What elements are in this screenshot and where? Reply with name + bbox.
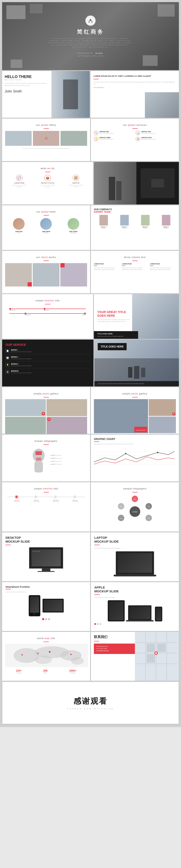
row-infographic-chart: human infographic — Label A lorem ipsum …: [2, 435, 179, 482]
svc-icon-3: 💡: [5, 363, 9, 367]
biz-img-left: [94, 162, 137, 205]
service-item-1: 🔍 SERVICE ONELorem ipsum dolor sit amet: [94, 131, 134, 135]
col1-divider: [94, 266, 97, 266]
team-avatars: JOHN DOE CEO JANE SMITH Designer BOB JON…: [5, 218, 87, 234]
wwd-label-1: LOREM IPSUM: [10, 182, 29, 184]
macbook-screen: [128, 605, 151, 620]
smartphone-title: Smartphone Frontline: [5, 586, 87, 588]
cover-date: SEPTEMBER 23RD, 2018: [78, 55, 103, 57]
office-img-2: ⊘: [33, 131, 59, 146]
svg-text:Biz: Biz: [148, 506, 150, 507]
s2-desc: Lorem ipsum dolor sit amet: [141, 132, 155, 134]
slide-human-infographic: human infographic — Label A lorem ipsum …: [2, 435, 90, 482]
s4-desc: Lorem ipsum dolor sit amet: [141, 138, 155, 140]
expert-team-header: OUR COMPANY'S EXPERT TEAM: [94, 208, 176, 213]
col-1: LOREM IPSUM Lorem ipsum dolor sit amet, …: [94, 263, 120, 271]
infographic-labels: — Label A lorem ipsum — Label B lorem ip…: [49, 455, 62, 465]
wwd-icon-3: 🖼️: [73, 175, 79, 181]
tl2-line: [7, 497, 85, 497]
great-title-text: YOUR GREAT TITLE GOES HERE: [97, 310, 135, 317]
wwd-desc-3: Lorem ipsum dolor sit amet consectetur: [66, 184, 85, 188]
map-stats: 125+ Countries 256 Offices 1000+ Employe…: [5, 669, 87, 674]
service-item-4: ⚙️ SERVICE FOURLorem ipsum dolor sit ame…: [136, 137, 176, 141]
col2-divider: [122, 266, 125, 266]
svc-3: 💡 服务项目三 Lorem ipsum dolor sit amet conse…: [5, 363, 90, 368]
no-sign-icon: ⊘: [33, 131, 59, 146]
person-sil-3: [141, 368, 145, 377]
expert-member-4: Member 4 Position: [156, 215, 176, 229]
date-1: January 25: [9, 309, 15, 311]
svc-label-3: 服务项目三: [11, 363, 31, 365]
great-title-image: [132, 294, 179, 339]
line-chart-svg: [94, 447, 175, 468]
circular-infographic: LOREM Tech Biz Mkt Cre Des: [94, 495, 176, 529]
col-3: LOREM IPSUM Lorem ipsum dolor sit amet, …: [150, 263, 176, 271]
expert-1-role: Position: [94, 228, 114, 229]
thanks-content: 感谢观看 THANKS FOR WATCHING: [67, 696, 114, 710]
contact-phone: +86 123 4567 8900: [96, 648, 141, 649]
office-images: ⊘: [5, 131, 87, 146]
gallery2-caption: Lorem ipsum dolor: [136, 430, 146, 431]
member-2-role: Designer: [40, 232, 52, 234]
stat-countries: 125+ Countries: [16, 669, 22, 674]
svg-point-47: [155, 652, 157, 654]
slide-title-goes-here: TITLE GOES HERE Lorem ipsum dolor sit am…: [94, 340, 179, 386]
circular-svg: LOREM Tech Biz Mkt Cre Des: [114, 495, 156, 529]
tl2-label-2: Step TwoLorem ipsum: [30, 500, 43, 502]
contact-divider: [94, 641, 99, 642]
s1-label: SERVICE ONE: [99, 131, 114, 132]
desk-scene: [141, 168, 175, 198]
title-goes-here-box: TITLE GOES HERE Lorem ipsum dolor sit am…: [94, 331, 138, 339]
global-services-title: our global services: [94, 122, 176, 127]
slide-smartphone: Smartphone Frontline Lorem ipsum dolor s…: [2, 582, 90, 631]
person-1-silhouette: [109, 177, 115, 200]
svg-line-26: [124, 508, 130, 510]
office-description: Lorem ipsum dolor sit amet, consectetur …: [5, 148, 87, 149]
timeline-2-title: simple timeline info: [5, 485, 87, 491]
row-office-services: our global office ⊘ Lorem ipsum dolor si…: [2, 119, 179, 161]
latest-works-title: our latest works: [5, 254, 87, 260]
s3-desc: Lorem ipsum dolor sit amet: [99, 138, 114, 140]
slide-photo-gallery-2: simple photo gallery Lorem ipsum dolor 💡: [91, 387, 179, 434]
phone-screen-2: [43, 600, 63, 612]
slide-apple-mockup: APPLE MOCKUP SLIDE Lorem ipsum dolor sit…: [91, 582, 179, 631]
cover-presenter: PRESENTED BY 张佳某某: [77, 52, 104, 54]
timeline-1-title: simple timeline info: [5, 297, 90, 303]
person-sil-2: [134, 366, 139, 379]
member-2-name: JANE SMITH: [40, 231, 52, 232]
slide-world-map: world map info 125+ C: [2, 632, 90, 681]
click-more-link[interactable]: CLICK FOR MORE >: [93, 87, 176, 88]
team-member-3: BOB JONES Developer: [67, 218, 79, 234]
stat-offices-label: Offices: [43, 672, 48, 674]
row-phone-apple: Smartphone Frontline Lorem ipsum dolor s…: [2, 582, 179, 631]
work-item-1: [5, 263, 32, 286]
apple-body: Lorem ipsum dolor sit amet consectetur.: [94, 597, 176, 598]
svc-text-1: 服务项目一 Lorem ipsum dolor sit amet consect…: [11, 349, 31, 353]
gallery-img-3: [5, 417, 46, 434]
red-divider-3: [132, 128, 138, 129]
gallery2-side: 💡: [149, 399, 176, 433]
avatar-1: [13, 218, 25, 230]
desktop-divider: [5, 545, 11, 545]
tl2-label-1: Step OneLorem ipsum: [11, 500, 23, 502]
row-desktop-laptop: DESKTOP MOCKUP SLIDE WE ARE HERE LAPTOP …: [2, 532, 179, 581]
svg-line-25: [124, 514, 130, 517]
services-grid: 🔍 SERVICE ONELorem ipsum dolor sit amet …: [94, 131, 176, 141]
contact-map-bg: [135, 632, 179, 681]
we-are-here-label: WE ARE HERE: [31, 549, 61, 553]
svg-line-24: [140, 514, 146, 517]
slide-timeline-2: simple timeline info Step OneLorem ipsum…: [2, 482, 90, 532]
row-teams: our global team JOHN DOE CEO JANE SMITH …: [2, 205, 179, 250]
svc-desc-2: Lorem ipsum dolor sit amet consectetur: [11, 358, 31, 360]
person-2-silhouette: [116, 181, 122, 200]
title-goes-here-label: TITLE GOES HERE: [101, 345, 124, 348]
phone-button: [34, 613, 35, 615]
slide-graphic-chart: GRAPHIC CHART Morbi in ipsum sit amet pe…: [91, 435, 179, 482]
s3-label: SERVICE THREE: [99, 137, 114, 138]
svg-rect-43: [147, 644, 155, 652]
service-icon-2: 📊: [136, 131, 140, 135]
member-3-role: Developer: [67, 232, 79, 234]
work-accent-1: [28, 282, 32, 286]
slide-great-title: YOUR GREAT TITLE GOES HERE Lorem ipsum d…: [94, 294, 179, 339]
sample-infographic-title: sample infographic: [94, 485, 176, 491]
